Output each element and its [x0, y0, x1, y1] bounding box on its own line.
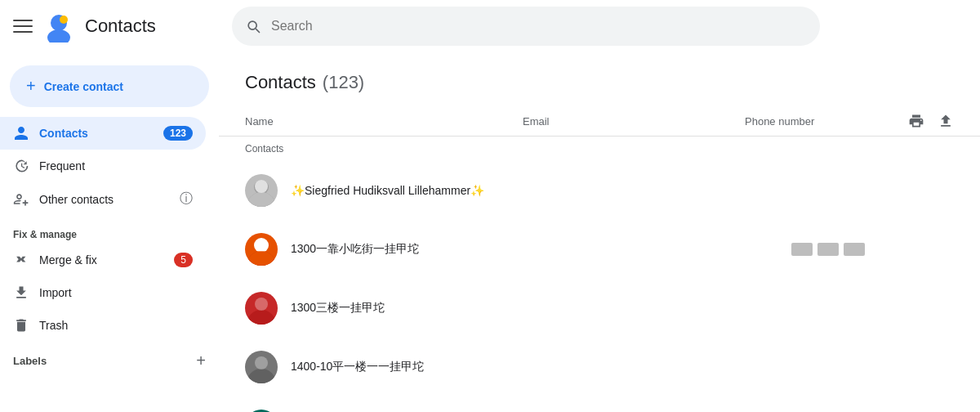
search-icon	[245, 18, 261, 34]
col-email-header: Email	[523, 115, 745, 128]
sidebar-item-frequent[interactable]: Frequent	[0, 150, 206, 182]
header-left: Contacts	[13, 10, 232, 43]
person-icon	[13, 125, 29, 141]
table-header: Name Email Phone number	[219, 106, 980, 137]
avatar	[245, 292, 278, 325]
sidebar-item-trash[interactable]: Trash	[0, 309, 206, 342]
contact-row[interactable]: 1300一靠小吃街一挂甲坨	[219, 220, 980, 279]
frequent-label: Frequent	[39, 159, 85, 172]
labels-title: Labels	[13, 355, 47, 367]
other-contacts-info: ⓘ	[180, 190, 193, 208]
phone-blurred	[817, 243, 839, 256]
trash-label: Trash	[39, 319, 68, 332]
svg-point-12	[255, 298, 268, 311]
sidebar-item-merge-fix[interactable]: Merge & fix 5	[0, 244, 206, 276]
merge-icon	[13, 252, 29, 268]
col-actions-header	[908, 113, 954, 129]
merge-fix-badge: 5	[174, 253, 193, 267]
content-header: Contacts (123)	[219, 52, 980, 106]
hamburger-menu[interactable]	[13, 16, 33, 36]
contact-name: 1300一靠小吃街一挂甲坨	[291, 242, 519, 257]
merge-fix-label: Merge & fix	[39, 253, 97, 266]
phone-blurred	[844, 243, 865, 256]
search-input[interactable]	[271, 19, 807, 34]
app-title: Contacts	[85, 16, 156, 37]
other-contacts-label: Other contacts	[39, 193, 114, 206]
contacts-label: Contacts	[39, 127, 88, 140]
app-header: Contacts	[0, 0, 980, 52]
contacts-badge: 123	[163, 126, 193, 141]
svg-point-14	[255, 356, 268, 369]
col-phone-header: Phone number	[745, 115, 908, 128]
contact-count: (123)	[323, 72, 364, 93]
svg-point-9	[247, 251, 276, 266]
content-area: Contacts (123) Name Email Phone number	[219, 52, 980, 412]
import-label: Import	[39, 286, 72, 299]
sidebar-item-other-contacts[interactable]: Other contacts ⓘ	[0, 182, 206, 216]
page-title: Contacts	[245, 72, 316, 93]
fix-manage-title: Fix & manage	[0, 216, 219, 244]
labels-header: Labels +	[0, 342, 219, 374]
contact-row[interactable]: 1300三楼一挂甲坨	[219, 279, 980, 338]
section-label: Contacts	[219, 137, 980, 161]
print-icon[interactable]	[908, 113, 924, 129]
contact-phone	[791, 243, 954, 256]
sidebar-item-contacts[interactable]: Contacts 123	[0, 117, 206, 150]
plus-icon: +	[26, 77, 36, 96]
contact-row[interactable]: ✨Siegfried Hudiksvall Lillehammer✨	[219, 161, 980, 220]
upload-icon[interactable]	[938, 113, 954, 129]
import-icon	[13, 284, 29, 301]
trash-icon	[13, 317, 29, 334]
sidebar-item-import[interactable]: Import	[0, 276, 206, 309]
contact-name: ✨Siegfried Hudiksvall Lillehammer✨	[291, 184, 519, 197]
col-name-header: Name	[245, 115, 523, 128]
sidebar: + Create contact Contacts 123 Frequent	[0, 52, 219, 412]
svg-point-10	[255, 239, 268, 252]
avatar	[245, 233, 278, 266]
svg-point-13	[247, 369, 276, 383]
svg-point-2	[60, 16, 68, 24]
contact-name: 1300三楼一挂甲坨	[291, 301, 519, 316]
svg-point-1	[47, 29, 70, 43]
svg-point-5	[247, 192, 276, 207]
svg-point-6	[255, 180, 268, 193]
create-contact-label: Create contact	[44, 80, 123, 93]
contact-row[interactable]: 1400-10平一楼一一挂甲坨	[219, 338, 980, 396]
main-layout: + Create contact Contacts 123 Frequent	[0, 52, 980, 412]
avatar	[245, 174, 278, 207]
svg-point-11	[247, 310, 276, 325]
search-bar[interactable]	[232, 7, 820, 46]
person-add-icon	[13, 191, 29, 208]
create-contact-button[interactable]: + Create contact	[10, 65, 209, 107]
contact-name: 1400-10平一楼一一挂甲坨	[291, 360, 519, 374]
app-icon	[42, 10, 75, 43]
labels-add-button[interactable]: +	[196, 352, 206, 370]
phone-blurred	[791, 243, 813, 256]
history-icon	[13, 158, 29, 174]
contact-row[interactable]: 1500一三层大房一挂甲坨	[219, 396, 980, 412]
avatar	[245, 351, 278, 383]
